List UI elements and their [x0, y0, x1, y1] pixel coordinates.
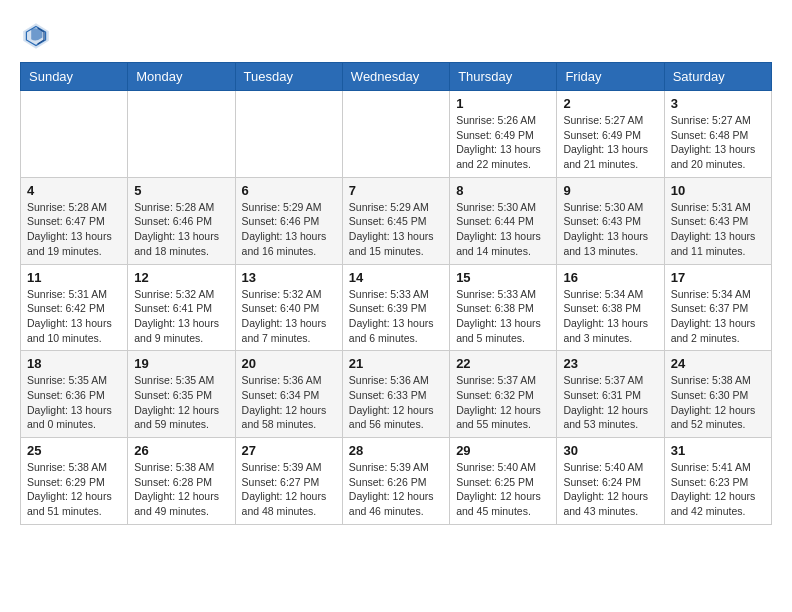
- day-info: Sunrise: 5:31 AM Sunset: 6:42 PM Dayligh…: [27, 287, 121, 346]
- day-number: 3: [671, 96, 765, 111]
- calendar-table: SundayMondayTuesdayWednesdayThursdayFrid…: [20, 62, 772, 525]
- calendar-cell: 5Sunrise: 5:28 AM Sunset: 6:46 PM Daylig…: [128, 177, 235, 264]
- day-info: Sunrise: 5:26 AM Sunset: 6:49 PM Dayligh…: [456, 113, 550, 172]
- page-header: [20, 20, 772, 52]
- day-number: 2: [563, 96, 657, 111]
- calendar-cell: 24Sunrise: 5:38 AM Sunset: 6:30 PM Dayli…: [664, 351, 771, 438]
- day-info: Sunrise: 5:40 AM Sunset: 6:24 PM Dayligh…: [563, 460, 657, 519]
- day-number: 5: [134, 183, 228, 198]
- calendar-cell: 14Sunrise: 5:33 AM Sunset: 6:39 PM Dayli…: [342, 264, 449, 351]
- calendar-cell: 9Sunrise: 5:30 AM Sunset: 6:43 PM Daylig…: [557, 177, 664, 264]
- weekday-header-tuesday: Tuesday: [235, 63, 342, 91]
- calendar-cell: 28Sunrise: 5:39 AM Sunset: 6:26 PM Dayli…: [342, 438, 449, 525]
- weekday-header-sunday: Sunday: [21, 63, 128, 91]
- day-number: 1: [456, 96, 550, 111]
- weekday-header-row: SundayMondayTuesdayWednesdayThursdayFrid…: [21, 63, 772, 91]
- day-number: 31: [671, 443, 765, 458]
- day-info: Sunrise: 5:28 AM Sunset: 6:46 PM Dayligh…: [134, 200, 228, 259]
- day-number: 27: [242, 443, 336, 458]
- calendar-cell: 31Sunrise: 5:41 AM Sunset: 6:23 PM Dayli…: [664, 438, 771, 525]
- calendar-body: 1Sunrise: 5:26 AM Sunset: 6:49 PM Daylig…: [21, 91, 772, 525]
- day-info: Sunrise: 5:37 AM Sunset: 6:31 PM Dayligh…: [563, 373, 657, 432]
- logo: [20, 20, 56, 52]
- day-number: 17: [671, 270, 765, 285]
- day-number: 11: [27, 270, 121, 285]
- calendar-cell: 12Sunrise: 5:32 AM Sunset: 6:41 PM Dayli…: [128, 264, 235, 351]
- day-number: 7: [349, 183, 443, 198]
- day-number: 19: [134, 356, 228, 371]
- day-number: 24: [671, 356, 765, 371]
- calendar-cell: 18Sunrise: 5:35 AM Sunset: 6:36 PM Dayli…: [21, 351, 128, 438]
- day-number: 4: [27, 183, 121, 198]
- calendar-cell: 6Sunrise: 5:29 AM Sunset: 6:46 PM Daylig…: [235, 177, 342, 264]
- weekday-header-wednesday: Wednesday: [342, 63, 449, 91]
- calendar-cell: 4Sunrise: 5:28 AM Sunset: 6:47 PM Daylig…: [21, 177, 128, 264]
- day-info: Sunrise: 5:40 AM Sunset: 6:25 PM Dayligh…: [456, 460, 550, 519]
- day-number: 6: [242, 183, 336, 198]
- day-number: 22: [456, 356, 550, 371]
- calendar-cell: 27Sunrise: 5:39 AM Sunset: 6:27 PM Dayli…: [235, 438, 342, 525]
- day-info: Sunrise: 5:39 AM Sunset: 6:26 PM Dayligh…: [349, 460, 443, 519]
- day-number: 18: [27, 356, 121, 371]
- day-number: 20: [242, 356, 336, 371]
- calendar-header: SundayMondayTuesdayWednesdayThursdayFrid…: [21, 63, 772, 91]
- day-number: 13: [242, 270, 336, 285]
- day-info: Sunrise: 5:28 AM Sunset: 6:47 PM Dayligh…: [27, 200, 121, 259]
- calendar-cell: [128, 91, 235, 178]
- weekday-header-monday: Monday: [128, 63, 235, 91]
- calendar-cell: 16Sunrise: 5:34 AM Sunset: 6:38 PM Dayli…: [557, 264, 664, 351]
- calendar-cell: 10Sunrise: 5:31 AM Sunset: 6:43 PM Dayli…: [664, 177, 771, 264]
- calendar-cell: [342, 91, 449, 178]
- day-info: Sunrise: 5:31 AM Sunset: 6:43 PM Dayligh…: [671, 200, 765, 259]
- day-info: Sunrise: 5:29 AM Sunset: 6:45 PM Dayligh…: [349, 200, 443, 259]
- calendar-cell: 11Sunrise: 5:31 AM Sunset: 6:42 PM Dayli…: [21, 264, 128, 351]
- day-info: Sunrise: 5:34 AM Sunset: 6:37 PM Dayligh…: [671, 287, 765, 346]
- day-info: Sunrise: 5:35 AM Sunset: 6:35 PM Dayligh…: [134, 373, 228, 432]
- calendar-week-5: 25Sunrise: 5:38 AM Sunset: 6:29 PM Dayli…: [21, 438, 772, 525]
- day-info: Sunrise: 5:38 AM Sunset: 6:28 PM Dayligh…: [134, 460, 228, 519]
- calendar-cell: 29Sunrise: 5:40 AM Sunset: 6:25 PM Dayli…: [450, 438, 557, 525]
- day-number: 10: [671, 183, 765, 198]
- day-info: Sunrise: 5:41 AM Sunset: 6:23 PM Dayligh…: [671, 460, 765, 519]
- day-number: 29: [456, 443, 550, 458]
- calendar-cell: 17Sunrise: 5:34 AM Sunset: 6:37 PM Dayli…: [664, 264, 771, 351]
- day-info: Sunrise: 5:27 AM Sunset: 6:48 PM Dayligh…: [671, 113, 765, 172]
- calendar-cell: 22Sunrise: 5:37 AM Sunset: 6:32 PM Dayli…: [450, 351, 557, 438]
- calendar-cell: 8Sunrise: 5:30 AM Sunset: 6:44 PM Daylig…: [450, 177, 557, 264]
- day-number: 21: [349, 356, 443, 371]
- day-info: Sunrise: 5:27 AM Sunset: 6:49 PM Dayligh…: [563, 113, 657, 172]
- calendar-cell: 15Sunrise: 5:33 AM Sunset: 6:38 PM Dayli…: [450, 264, 557, 351]
- calendar-week-4: 18Sunrise: 5:35 AM Sunset: 6:36 PM Dayli…: [21, 351, 772, 438]
- calendar-week-2: 4Sunrise: 5:28 AM Sunset: 6:47 PM Daylig…: [21, 177, 772, 264]
- day-number: 16: [563, 270, 657, 285]
- calendar-cell: 20Sunrise: 5:36 AM Sunset: 6:34 PM Dayli…: [235, 351, 342, 438]
- calendar-cell: 19Sunrise: 5:35 AM Sunset: 6:35 PM Dayli…: [128, 351, 235, 438]
- day-info: Sunrise: 5:32 AM Sunset: 6:41 PM Dayligh…: [134, 287, 228, 346]
- day-number: 15: [456, 270, 550, 285]
- calendar-cell: [21, 91, 128, 178]
- calendar-cell: 13Sunrise: 5:32 AM Sunset: 6:40 PM Dayli…: [235, 264, 342, 351]
- day-number: 30: [563, 443, 657, 458]
- calendar-week-1: 1Sunrise: 5:26 AM Sunset: 6:49 PM Daylig…: [21, 91, 772, 178]
- calendar-cell: 2Sunrise: 5:27 AM Sunset: 6:49 PM Daylig…: [557, 91, 664, 178]
- day-number: 8: [456, 183, 550, 198]
- calendar-cell: 26Sunrise: 5:38 AM Sunset: 6:28 PM Dayli…: [128, 438, 235, 525]
- calendar-cell: 3Sunrise: 5:27 AM Sunset: 6:48 PM Daylig…: [664, 91, 771, 178]
- day-number: 14: [349, 270, 443, 285]
- day-info: Sunrise: 5:36 AM Sunset: 6:34 PM Dayligh…: [242, 373, 336, 432]
- weekday-header-saturday: Saturday: [664, 63, 771, 91]
- day-number: 25: [27, 443, 121, 458]
- weekday-header-thursday: Thursday: [450, 63, 557, 91]
- day-info: Sunrise: 5:33 AM Sunset: 6:39 PM Dayligh…: [349, 287, 443, 346]
- calendar-cell: 30Sunrise: 5:40 AM Sunset: 6:24 PM Dayli…: [557, 438, 664, 525]
- day-info: Sunrise: 5:30 AM Sunset: 6:44 PM Dayligh…: [456, 200, 550, 259]
- day-info: Sunrise: 5:38 AM Sunset: 6:30 PM Dayligh…: [671, 373, 765, 432]
- day-info: Sunrise: 5:38 AM Sunset: 6:29 PM Dayligh…: [27, 460, 121, 519]
- calendar-cell: 25Sunrise: 5:38 AM Sunset: 6:29 PM Dayli…: [21, 438, 128, 525]
- calendar-cell: 21Sunrise: 5:36 AM Sunset: 6:33 PM Dayli…: [342, 351, 449, 438]
- calendar-cell: 7Sunrise: 5:29 AM Sunset: 6:45 PM Daylig…: [342, 177, 449, 264]
- day-info: Sunrise: 5:32 AM Sunset: 6:40 PM Dayligh…: [242, 287, 336, 346]
- day-info: Sunrise: 5:34 AM Sunset: 6:38 PM Dayligh…: [563, 287, 657, 346]
- day-info: Sunrise: 5:33 AM Sunset: 6:38 PM Dayligh…: [456, 287, 550, 346]
- day-info: Sunrise: 5:37 AM Sunset: 6:32 PM Dayligh…: [456, 373, 550, 432]
